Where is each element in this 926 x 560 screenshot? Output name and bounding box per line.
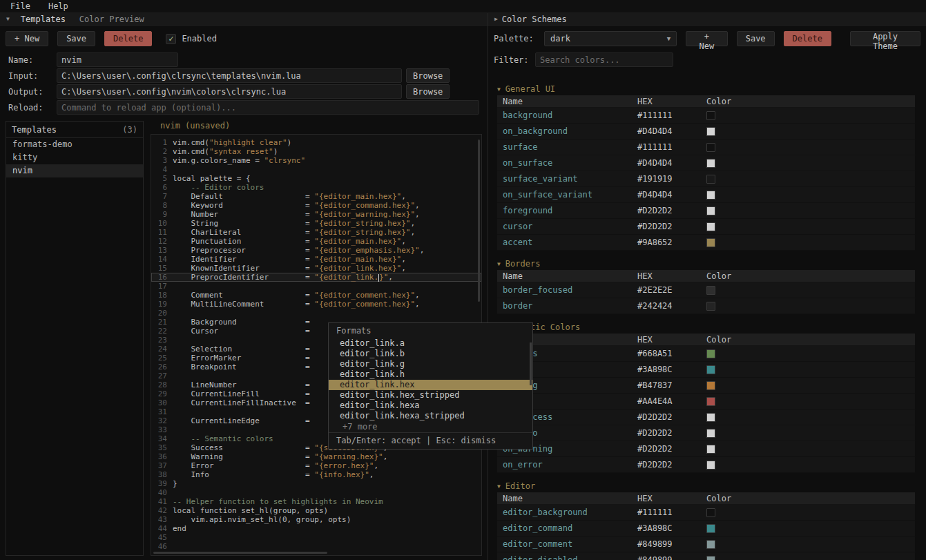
color-swatch[interactable] bbox=[706, 461, 715, 470]
tab-color-preview[interactable]: Color Preview bbox=[73, 15, 151, 24]
code-line[interactable]: 15 KnownIdentifier = "{editor_link.hex}"… bbox=[151, 264, 481, 273]
completion-item[interactable]: editor_link.hexa_stripped bbox=[329, 411, 532, 421]
code-line[interactable]: 42local function set_hl(group, opts) bbox=[151, 506, 481, 515]
color-row[interactable]: warning#B47837 bbox=[497, 378, 915, 394]
output-browse-button[interactable]: Browse bbox=[406, 84, 450, 99]
save-template-button[interactable]: Save bbox=[57, 31, 95, 46]
completion-item[interactable]: editor_link.h bbox=[329, 369, 532, 380]
color-row[interactable]: background#111111 bbox=[497, 108, 915, 124]
collapse-arrow-icon[interactable]: ▶ bbox=[494, 16, 498, 22]
menu-file[interactable]: File bbox=[10, 1, 30, 11]
section-header[interactable]: ▼Borders bbox=[497, 258, 915, 270]
completion-item[interactable]: editor_link.hex bbox=[329, 380, 532, 390]
code-line[interactable]: 6 -- Editor colors bbox=[151, 183, 481, 192]
color-swatch[interactable] bbox=[706, 175, 715, 184]
code-line[interactable]: 17 bbox=[151, 282, 481, 291]
code-line[interactable]: 40 bbox=[151, 488, 481, 497]
color-swatch[interactable] bbox=[706, 159, 715, 168]
color-swatch[interactable] bbox=[706, 556, 715, 560]
color-row[interactable]: on_success#D2D2D2 bbox=[497, 409, 915, 425]
color-row[interactable]: border_focused#2E2E2E bbox=[497, 282, 915, 298]
code-line[interactable]: 39} bbox=[151, 479, 481, 488]
editor-horizontal-scrollbar[interactable] bbox=[153, 552, 327, 554]
code-line[interactable]: 7 Default = "{editor_main.hex}", bbox=[151, 192, 481, 201]
color-swatch[interactable] bbox=[706, 365, 715, 374]
color-row[interactable]: on_background#D4D4D4 bbox=[497, 124, 915, 139]
enabled-checkbox[interactable]: ✓ Enabled bbox=[166, 34, 217, 44]
color-swatch[interactable] bbox=[706, 540, 715, 549]
code-line[interactable]: 45 bbox=[151, 533, 481, 542]
completion-item[interactable]: editor_link.b bbox=[329, 349, 532, 359]
code-line[interactable]: 16 PreprocIdentifier = "{editor_link.}", bbox=[151, 273, 481, 282]
apply-theme-button[interactable]: Apply Theme bbox=[850, 31, 920, 46]
delete-template-button[interactable]: Delete bbox=[104, 31, 152, 46]
code-line[interactable]: 5local palette = { bbox=[151, 174, 481, 183]
code-line[interactable]: 18 Comment = "{editor_comment.hex}", bbox=[151, 291, 481, 300]
color-swatch[interactable] bbox=[706, 349, 715, 358]
code-line[interactable]: 1vim.cmd("highlight clear") bbox=[151, 138, 481, 147]
color-row[interactable]: surface_variant#191919 bbox=[497, 171, 915, 187]
section-header[interactable]: ▼General UI bbox=[497, 83, 915, 95]
palette-select[interactable]: dark ▼ bbox=[544, 31, 677, 46]
color-row[interactable]: on_info#D2D2D2 bbox=[497, 425, 915, 441]
color-swatch[interactable] bbox=[706, 222, 715, 231]
code-line[interactable]: 46 bbox=[151, 542, 481, 551]
menu-help[interactable]: Help bbox=[48, 1, 68, 11]
delete-palette-button[interactable]: Delete bbox=[784, 31, 831, 46]
color-row[interactable]: error#AA4E4A bbox=[497, 394, 915, 409]
section-header[interactable]: ▼Editor bbox=[497, 480, 915, 492]
color-row[interactable]: foreground#D2D2D2 bbox=[497, 203, 915, 219]
color-row[interactable]: editor_background#111111 bbox=[497, 505, 915, 521]
code-line[interactable]: 8 Keyword = "{editor_command.hex}", bbox=[151, 201, 481, 210]
code-line[interactable]: 12 Punctuation = "{editor_main.hex}", bbox=[151, 237, 481, 246]
color-swatch[interactable] bbox=[706, 524, 715, 533]
input-path-field[interactable] bbox=[57, 68, 402, 83]
save-palette-button[interactable]: Save bbox=[737, 31, 775, 46]
output-path-field[interactable] bbox=[57, 84, 402, 99]
color-swatch[interactable] bbox=[706, 413, 715, 422]
code-line[interactable]: 19 MultiLineComment = "{editor_comment.h… bbox=[151, 300, 481, 309]
popup-scrollbar[interactable] bbox=[530, 342, 532, 385]
color-swatch[interactable] bbox=[706, 111, 715, 120]
template-item[interactable]: formats-demo bbox=[6, 138, 143, 151]
color-swatch[interactable] bbox=[706, 508, 715, 517]
popup-more-item[interactable]: +7 more bbox=[329, 421, 532, 432]
search-input[interactable] bbox=[535, 52, 673, 67]
color-row[interactable]: accent#9A8652 bbox=[497, 235, 915, 251]
code-line[interactable]: 4 bbox=[151, 165, 481, 174]
color-row[interactable]: on_surface_variant#D4D4D4 bbox=[497, 187, 915, 203]
code-line[interactable]: 3vim.g.colors_name = "clrsync" bbox=[151, 156, 481, 165]
template-item[interactable]: nvim bbox=[6, 164, 143, 177]
code-line[interactable]: 20 bbox=[151, 309, 481, 318]
color-row[interactable]: editor_disabled#849899 bbox=[497, 552, 915, 560]
color-swatch[interactable] bbox=[706, 191, 715, 200]
color-row[interactable]: info#3A898C bbox=[497, 362, 915, 378]
new-template-button[interactable]: + New bbox=[6, 31, 48, 46]
color-swatch[interactable] bbox=[706, 206, 715, 215]
code-line[interactable]: 43 vim.api.nvim_set_hl(0, group, opts) bbox=[151, 515, 481, 524]
color-row[interactable]: success#668A51 bbox=[497, 346, 915, 362]
code-line[interactable]: 41-- Helper function to set highlights i… bbox=[151, 497, 481, 506]
color-row[interactable]: surface#111111 bbox=[497, 139, 915, 155]
color-row[interactable]: on_error#D2D2D2 bbox=[497, 457, 915, 473]
color-swatch[interactable] bbox=[706, 302, 715, 311]
code-line[interactable]: 11 CharLiteral = "{editor_string.hex}", bbox=[151, 228, 481, 237]
completion-item[interactable]: editor_link.hexa bbox=[329, 400, 532, 411]
color-swatch[interactable] bbox=[706, 445, 715, 454]
name-input[interactable] bbox=[57, 52, 178, 67]
code-line[interactable]: 38 Info = "{info.hex}", bbox=[151, 470, 481, 479]
color-row[interactable]: border#242424 bbox=[497, 298, 915, 314]
code-line[interactable]: 14 Identifier = "{editor_main.hex}", bbox=[151, 255, 481, 264]
completion-item[interactable]: editor_link.g bbox=[329, 359, 532, 369]
completion-item[interactable]: editor_link.a bbox=[329, 338, 532, 349]
code-line[interactable]: 36 Warning = "{warning.hex}", bbox=[151, 452, 481, 461]
template-item[interactable]: kitty bbox=[6, 151, 143, 164]
code-line[interactable]: 2vim.cmd("syntax reset") bbox=[151, 147, 481, 156]
color-swatch[interactable] bbox=[706, 286, 715, 295]
color-row[interactable]: editor_command#3A898C bbox=[497, 521, 915, 537]
color-row[interactable]: cursor#D2D2D2 bbox=[497, 219, 915, 235]
section-header[interactable]: ▼Semantic Colors bbox=[497, 321, 915, 334]
new-palette-button[interactable]: + New bbox=[686, 31, 728, 46]
color-swatch[interactable] bbox=[706, 238, 715, 247]
code-line[interactable]: 13 Preprocessor = "{editor_emphasis.hex}… bbox=[151, 246, 481, 255]
